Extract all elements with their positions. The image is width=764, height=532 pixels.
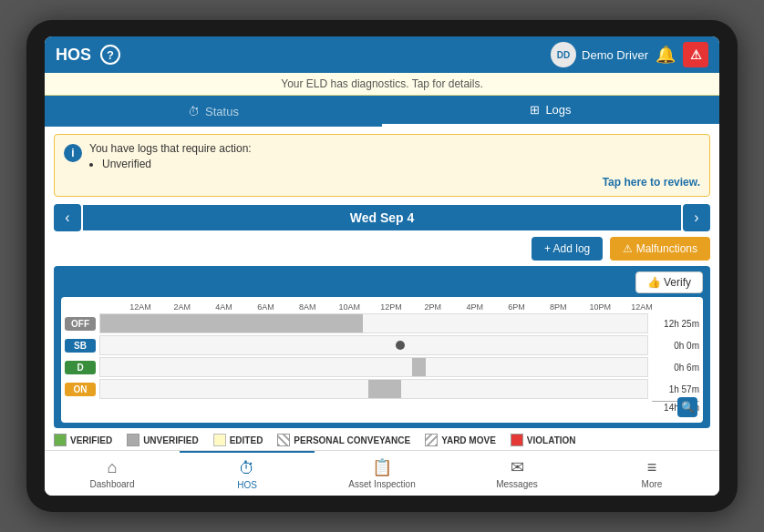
row-track-on xyxy=(99,379,648,399)
dashboard-label: Dashboard xyxy=(90,479,135,489)
personal-legend-box xyxy=(277,434,290,446)
warning-text: You have logs that require action: Unver… xyxy=(89,142,700,189)
prev-date-button[interactable]: ‹ xyxy=(54,204,81,231)
chart-row-off: OFF 12h 25m xyxy=(65,313,699,333)
chart-rows: OFF 12h 25m SB 0h 0m xyxy=(65,313,699,399)
asset-inspection-icon: 📋 xyxy=(372,457,392,477)
warning-icon: i xyxy=(64,144,82,162)
time-labels: 12AM 2AM 4AM 6AM 8AM 10AM 12PM 2PM 4PM 6… xyxy=(65,302,699,312)
nav-messages[interactable]: ✉ Messages xyxy=(449,451,584,496)
tabs-bar: ⏱ Status ⊞ Logs xyxy=(45,96,719,127)
messages-label: Messages xyxy=(496,479,538,489)
asset-inspection-label: Asset Inspection xyxy=(348,479,415,489)
messages-icon: ✉ xyxy=(511,457,524,477)
verified-legend-box xyxy=(54,434,67,446)
add-log-button[interactable]: + Add log xyxy=(532,237,603,261)
time-12pm: 12PM xyxy=(370,302,412,312)
warning-item: Unverified xyxy=(102,158,700,170)
help-button[interactable]: ? xyxy=(100,45,120,65)
time-12am-start: 12AM xyxy=(119,302,161,312)
more-icon: ≡ xyxy=(647,458,657,477)
tab-logs[interactable]: ⊞ Logs xyxy=(382,96,719,127)
header-right: DD Demo Driver 🔔 ⚠ xyxy=(551,42,708,67)
row-label-off: OFF xyxy=(65,317,96,331)
alert-button[interactable]: ⚠ xyxy=(683,42,708,67)
time-2am: 2AM xyxy=(161,302,203,312)
nav-hos[interactable]: ⏱ HOS xyxy=(180,451,315,496)
d-duration: 0h 6m xyxy=(652,363,699,373)
row-track-sb xyxy=(99,335,648,355)
warning-message: You have logs that require action: xyxy=(89,142,252,155)
tab-logs-label: Logs xyxy=(545,103,571,117)
edited-legend-box xyxy=(213,434,226,446)
row-label-on: ON xyxy=(65,383,96,396)
tablet-frame: HOS ? DD Demo Driver 🔔 ⚠ Your ELD has di… xyxy=(26,20,738,512)
chart-row-d: D 0h 6m xyxy=(65,357,699,377)
driver-avatar: DD xyxy=(551,42,576,67)
action-buttons: + Add log ⚠ Malfunctions xyxy=(54,237,710,261)
diagnostics-banner[interactable]: Your ELD has diagnostics. Tap for detail… xyxy=(45,73,719,96)
tab-status[interactable]: ⏱ Status xyxy=(45,96,382,127)
on-duration: 1h 57m xyxy=(652,384,699,394)
off-bar xyxy=(100,314,363,332)
nav-asset-inspection[interactable]: 📋 Asset Inspection xyxy=(315,451,449,496)
tap-review-link[interactable]: Tap here to review. xyxy=(603,176,700,189)
log-chart: 👍 Verify 12AM 2AM 4AM 6AM 8AM 10AM 12PM … xyxy=(54,266,710,428)
date-nav: ‹ Wed Sep 4 › xyxy=(54,204,710,231)
chart-row-on: ON 1h 57m xyxy=(65,379,699,399)
row-track-d xyxy=(99,357,648,377)
notification-bell-icon[interactable]: 🔔 xyxy=(656,45,676,65)
sb-dot xyxy=(396,341,405,350)
time-6am: 6AM xyxy=(245,302,287,312)
row-label-sb: SB xyxy=(65,339,96,353)
app-header: HOS ? DD Demo Driver 🔔 ⚠ xyxy=(45,36,719,73)
time-10pm: 10PM xyxy=(579,302,621,312)
warning-box[interactable]: i You have logs that require action: Unv… xyxy=(54,134,710,197)
time-4pm: 4PM xyxy=(454,302,496,312)
chart-row-sb: SB 0h 0m xyxy=(65,335,699,355)
time-2pm: 2PM xyxy=(412,302,454,312)
time-6pm: 6PM xyxy=(496,302,538,312)
edited-legend-label: EDITED xyxy=(230,435,263,445)
current-date-display: Wed Sep 4 xyxy=(83,205,681,230)
chart-legend: VERIFIED UNVERIFIED EDITED PERSONAL CONV… xyxy=(54,434,710,446)
row-label-d: D xyxy=(65,361,96,374)
on-bar xyxy=(368,380,401,398)
legend-yard: YARD MOVE xyxy=(425,434,496,446)
violation-legend-label: VIOLATION xyxy=(527,435,576,445)
yard-legend-box xyxy=(425,434,438,446)
yard-legend-label: YARD MOVE xyxy=(441,435,496,445)
tablet-screen: HOS ? DD Demo Driver 🔔 ⚠ Your ELD has di… xyxy=(45,36,719,496)
malfunctions-button[interactable]: ⚠ Malfunctions xyxy=(610,237,710,261)
zoom-button[interactable]: 🔍 xyxy=(677,397,697,417)
total-row: 14h 28m xyxy=(65,401,699,413)
chart-inner: 12AM 2AM 4AM 6AM 8AM 10AM 12PM 2PM 4PM 6… xyxy=(61,297,703,423)
sb-duration: 0h 0m xyxy=(652,341,699,351)
app-title: HOS xyxy=(56,46,91,65)
personal-legend-label: PERSONAL CONVEYANCE xyxy=(294,435,410,445)
logs-icon: ⊞ xyxy=(530,103,540,117)
nav-more[interactable]: ≡ More xyxy=(584,451,719,496)
main-content: i You have logs that require action: Unv… xyxy=(45,127,719,450)
legend-personal: PERSONAL CONVEYANCE xyxy=(277,434,410,446)
off-duration: 12h 25m xyxy=(652,319,699,329)
d-bar xyxy=(412,358,426,376)
legend-verified: VERIFIED xyxy=(54,434,112,446)
legend-violation: VIOLATION xyxy=(511,434,576,446)
time-12am-end: 12AM xyxy=(621,302,663,312)
chart-header: 👍 Verify xyxy=(61,271,703,293)
header-left: HOS ? xyxy=(56,45,120,65)
status-icon: ⏱ xyxy=(188,105,200,118)
verified-legend-label: VERIFIED xyxy=(70,435,112,445)
time-8pm: 8PM xyxy=(537,302,579,312)
tab-status-label: Status xyxy=(205,105,239,118)
driver-badge: DD Demo Driver xyxy=(551,42,648,67)
violation-legend-box xyxy=(511,434,523,446)
dashboard-icon: ⌂ xyxy=(108,458,118,477)
verify-button[interactable]: 👍 Verify xyxy=(635,271,703,293)
legend-edited: EDITED xyxy=(213,434,263,446)
driver-name: Demo Driver xyxy=(582,48,648,62)
time-10am: 10AM xyxy=(328,302,370,312)
nav-dashboard[interactable]: ⌂ Dashboard xyxy=(45,451,180,496)
next-date-button[interactable]: › xyxy=(683,204,710,231)
